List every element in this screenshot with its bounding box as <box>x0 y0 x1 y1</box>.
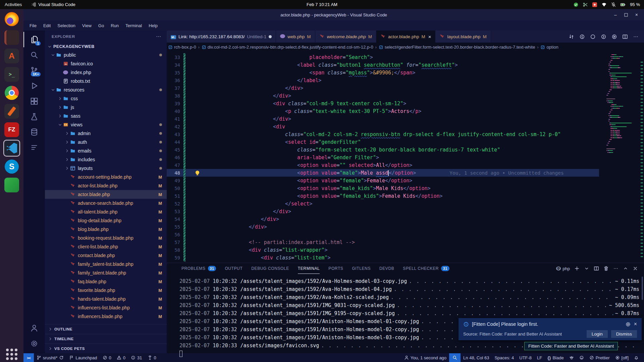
ports-count[interactable]: 0 <box>145 353 159 362</box>
activity-extensions[interactable] <box>23 94 45 109</box>
activity-run-debug[interactable] <box>23 78 45 94</box>
panel-more-icon[interactable] <box>613 266 619 271</box>
kill-terminal-icon[interactable] <box>603 266 609 271</box>
dock-item-marker[interactable] <box>4 103 20 119</box>
menu-help[interactable]: Help <box>145 22 161 29</box>
code-line[interactable]: 59 <div class="list-item"> <box>167 254 599 261</box>
dock-item-vscode[interactable] <box>4 140 20 156</box>
remote-indicator[interactable]: >< <box>23 353 34 362</box>
close-icon[interactable]: × <box>635 12 638 17</box>
tree-item[interactable]: all-talent.blade.phpM <box>45 207 167 216</box>
code-line[interactable]: 54 </div> <box>167 215 599 223</box>
search-toggle[interactable] <box>449 353 461 362</box>
tree-item[interactable]: robots.txt <box>45 77 167 85</box>
tree-item[interactable]: influencers-list.blade.phpM <box>45 303 167 312</box>
menu-run[interactable]: Run <box>107 22 122 29</box>
tree-item[interactable]: family_talent-list.blade.phpM <box>45 260 167 268</box>
tree-item[interactable]: blog-detail.blade.phpM <box>45 216 167 225</box>
code-line[interactable]: 38 </div> <box>167 92 599 100</box>
activity-search[interactable] <box>23 47 45 63</box>
tree-item[interactable]: blog.blade.phpM <box>45 225 167 234</box>
cursor-position[interactable]: Ln 48, Col 63 <box>461 353 492 362</box>
tree-item[interactable]: family_talent.blade.phpM <box>45 268 167 277</box>
dock-item-text-editor[interactable] <box>4 29 20 46</box>
dock-item-firefox[interactable] <box>4 11 20 27</box>
explorer-more-icon[interactable]: ⋯ <box>156 34 161 40</box>
tree-item[interactable]: actor-list.blade.phpM <box>45 181 167 190</box>
gear-icon[interactable] <box>625 321 631 327</box>
open-changes-icon[interactable] <box>569 34 574 40</box>
nav-forward-icon[interactable] <box>601 34 606 40</box>
activities-button[interactable]: Activities <box>5 2 22 7</box>
code-line[interactable]: 48 <option value="male">Male assd</optio… <box>167 169 599 177</box>
activity-source-control[interactable]: 1K+ <box>23 63 45 78</box>
run-file-icon[interactable] <box>611 34 617 40</box>
code-line[interactable]: 53 </div> <box>167 207 599 215</box>
activity-database[interactable] <box>23 124 45 140</box>
panel-tab-problems[interactable]: PROBLEMS31 <box>181 263 216 274</box>
system-tray[interactable]: 95 % <box>573 2 644 7</box>
code-line[interactable]: 39 <div class="col-md-9 text-center col-… <box>167 100 599 107</box>
code-line[interactable]: 49 <option value="female">Female</option… <box>167 177 599 184</box>
scissors-icon[interactable] <box>583 2 588 7</box>
eol-sequence[interactable]: LF <box>534 353 545 362</box>
tree-item[interactable]: actor.blade.phpM <box>45 190 167 199</box>
dismiss-button[interactable]: Dismiss <box>611 330 637 338</box>
code-line[interactable]: 43 class="col-md-2 col-sm-2 responsiv-bt… <box>167 130 599 138</box>
panel-tab-debug-console[interactable]: DEBUG CONSOLE <box>251 263 289 274</box>
split-terminal-icon[interactable] <box>594 266 599 271</box>
tree-item[interactable]: js <box>45 103 167 112</box>
notifications-bell[interactable] <box>631 353 641 362</box>
tree-item[interactable]: css <box>45 94 167 103</box>
new-terminal-icon[interactable] <box>574 266 580 271</box>
activity-settings[interactable] <box>23 336 45 351</box>
code-line[interactable]: 36 </label> <box>167 76 599 84</box>
panel-tab-gitlens[interactable]: GITLENS <box>352 263 371 274</box>
tree-item[interactable]: client-list.blade.phpM <box>45 242 167 251</box>
code-line[interactable]: 47 <option value="" selected>All</option… <box>167 161 599 169</box>
code-line[interactable]: 46 aria-label="Gender Filter"> <box>167 154 599 161</box>
tree-item[interactable]: public <box>45 51 167 59</box>
git-branch[interactable]: srushti* <box>34 353 66 362</box>
dock-item-ubuntu-software[interactable]: A <box>4 48 20 64</box>
tree-item[interactable]: account-setting.blade.phpM <box>45 173 167 181</box>
code-line[interactable]: 33 placeholder="Search"> <box>167 53 599 61</box>
feedback[interactable] <box>577 353 587 362</box>
tree-item[interactable]: favicon.ico <box>45 59 167 68</box>
dock-item-filezilla[interactable]: FZ <box>4 122 20 138</box>
maximize-icon[interactable] <box>624 13 628 17</box>
breadcrumb-item[interactable]: select#genderFilter.form-select.text-20.… <box>379 45 535 50</box>
menu-go[interactable]: Go <box>95 22 107 29</box>
close-panel-icon[interactable] <box>633 266 638 271</box>
section-outline[interactable]: OUTLINE <box>45 324 167 334</box>
tab-actor-blade[interactable]: actor.blade.phpM× <box>376 31 435 43</box>
panel-tab-output[interactable]: OUTPUT <box>225 263 243 274</box>
shell-selector[interactable]: phpphp <box>556 266 570 271</box>
dock-item-chrome[interactable] <box>4 85 20 101</box>
code-line[interactable]: 58 <div class="list-wrapper"> <box>167 246 599 254</box>
tree-item[interactable]: sass <box>45 112 167 120</box>
screencast-mode[interactable]: [off] <box>612 353 631 362</box>
breadcrumb-item[interactable]: option <box>540 45 558 50</box>
prettier-status[interactable]: Prettier <box>587 353 612 362</box>
minimize-icon[interactable]: – <box>614 12 617 17</box>
red-diamond-icon[interactable] <box>592 2 597 7</box>
code-line[interactable]: 55 </div> <box>167 223 599 231</box>
code-line[interactable]: 57 <!-- partial:index.partial.html --> <box>167 238 599 246</box>
tab-layout-blade[interactable]: layout.blade.phpM <box>435 31 491 43</box>
code-line[interactable]: 42 <div <box>167 123 599 130</box>
tree-item[interactable]: faq.blade.phpM <box>45 277 167 286</box>
focused-app-indicator[interactable]: Visual Studio Code <box>31 2 75 7</box>
panel-tab-terminal[interactable]: TERMINAL <box>298 263 320 274</box>
terminal-scrollbar[interactable] <box>642 277 643 300</box>
breadcrumb-item[interactable]: div.col-md-2.col-sm-2.responsiv-btn.drp-… <box>202 45 373 50</box>
split-editor-icon[interactable] <box>622 34 628 40</box>
code-line[interactable]: 35 <span class="mglass">&#9906;</span> <box>167 69 599 76</box>
section-vs-code-pets[interactable]: VS CODE PETS <box>45 344 167 353</box>
code-line[interactable]: 45 class="form-select text-20 border-bla… <box>167 146 599 154</box>
close-icon[interactable]: × <box>634 321 637 327</box>
more-actions-icon[interactable] <box>633 34 639 40</box>
check-circle-icon[interactable] <box>573 2 579 7</box>
tree-item[interactable]: advance-search.blade.phpM <box>45 199 167 207</box>
menu-view[interactable]: View <box>79 22 95 29</box>
